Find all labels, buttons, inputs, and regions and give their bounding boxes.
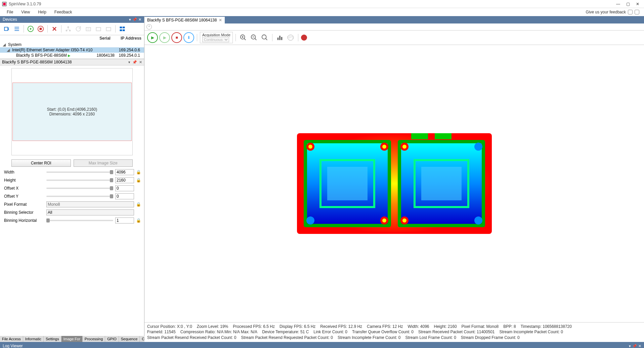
minimize-button[interactable]: —	[616, 2, 620, 6]
network-button[interactable]	[63, 24, 73, 34]
tree-adapter[interactable]: ◢ Intel(R) Ethernet Server Adapter I350-…	[0, 47, 144, 53]
panel-close-icon[interactable]: ✕	[139, 60, 142, 64]
lock-icon[interactable]: 🔒	[136, 178, 140, 183]
expand-icon[interactable]: ◢	[7, 48, 11, 52]
binh-slider[interactable]	[46, 220, 113, 221]
pixfmt-label: Pixel Format	[4, 202, 44, 207]
lock-icon[interactable]: 🔒	[136, 202, 140, 207]
panel-dropdown-icon[interactable]: ▾	[629, 344, 631, 348]
max-image-button[interactable]: Max Image Size	[74, 159, 133, 167]
snapshot3-button[interactable]	[104, 24, 113, 34]
titlebar: SpinView 3.1.0.79 — ▢ ✕	[0, 0, 644, 8]
collapse-up-icon[interactable]: ⌃	[146, 24, 152, 30]
panel-pin-icon[interactable]: 📌	[132, 17, 137, 22]
svg-point-43	[402, 218, 406, 222]
acquisition-mode-select[interactable]: Continuous	[202, 37, 229, 42]
record-icon[interactable]	[301, 35, 307, 41]
prop-tab[interactable]: Sequence	[119, 336, 140, 342]
svg-rect-18	[279, 36, 281, 40]
menu-help[interactable]: Help	[34, 9, 50, 15]
acq-play-button[interactable]: ▶	[147, 32, 158, 43]
menubar: File View Help Feedback Give us your fee…	[0, 8, 644, 16]
panel-close-icon[interactable]: ✕	[638, 344, 641, 348]
svg-rect-11	[123, 27, 125, 28]
prop-tab[interactable]: Settings	[44, 336, 61, 342]
offsetx-input[interactable]	[115, 185, 134, 191]
feedback-link[interactable]: Give us your feedback	[586, 10, 626, 14]
connect-button[interactable]	[2, 24, 11, 34]
binsel-label: Binning Selector	[4, 210, 44, 215]
image-viewport[interactable]	[144, 45, 644, 322]
menu-view[interactable]: View	[17, 9, 34, 15]
close-tab-icon[interactable]: ✕	[219, 18, 222, 22]
svg-point-35	[382, 145, 386, 149]
panel-close-icon[interactable]: ✕	[138, 17, 141, 22]
zoom-in-icon[interactable]	[239, 33, 248, 42]
roi-preview[interactable]: Start: (0,0) End:(4096,2160) Dimensions:…	[11, 68, 133, 155]
play-button[interactable]	[26, 24, 35, 34]
save-button[interactable]: ⬇	[183, 32, 194, 43]
width-input[interactable]	[115, 169, 134, 175]
offsetx-label: Offset X	[4, 186, 44, 191]
expand-icon[interactable]: ◢	[3, 42, 7, 47]
binsel-select[interactable]: All	[46, 209, 134, 215]
svg-rect-10	[120, 27, 122, 28]
height-slider[interactable]	[46, 180, 113, 181]
panel-pin-icon[interactable]: 📌	[632, 344, 637, 348]
maximize-button[interactable]: ▢	[626, 2, 630, 6]
offsety-label: Offset Y	[4, 194, 44, 199]
svg-rect-31	[421, 167, 462, 200]
prop-tab[interactable]: File Access	[0, 336, 23, 342]
prop-tab[interactable]: GPIO	[105, 336, 119, 342]
document-tab[interactable]: Blackfly S BFS-PGE-88S6M 18064138 ✕	[144, 17, 225, 23]
offsetx-slider[interactable]	[46, 188, 113, 189]
fps-icon[interactable]: FPS	[286, 33, 295, 42]
acq-stop-button[interactable]: ■	[171, 32, 182, 43]
tree-system[interactable]: ◢ System	[0, 42, 144, 47]
height-input[interactable]	[115, 177, 134, 183]
svg-rect-46	[435, 133, 452, 139]
pixfmt-select[interactable]: Mono8	[46, 201, 134, 207]
center-roi-button[interactable]: Center ROI	[11, 159, 71, 167]
prop-tab[interactable]: Image For	[61, 336, 83, 342]
offsety-input[interactable]	[115, 193, 134, 199]
lock-icon[interactable]: 🔒	[136, 218, 140, 223]
image-toolbar: ▶ ▶ ■ ⬇ Acquisition Mode Continuous FPS	[144, 31, 644, 45]
log-header: Log Viewer ▾ 📌 ✕	[0, 343, 644, 348]
list-button[interactable]	[12, 24, 22, 34]
close-button[interactable]: ✕	[636, 2, 639, 6]
svg-point-41	[474, 143, 482, 151]
prop-tab[interactable]: Informatic	[23, 336, 44, 342]
width-slider[interactable]	[46, 171, 113, 173]
layout-button[interactable]	[118, 24, 127, 34]
delete-button[interactable]	[50, 24, 59, 34]
offsety-slider[interactable]	[46, 196, 113, 197]
panel-dropdown-icon[interactable]: ▾	[129, 17, 131, 22]
menu-feedback[interactable]: Feedback	[50, 9, 76, 15]
zoom-out-icon[interactable]	[249, 33, 259, 42]
zoom-fit-icon[interactable]	[260, 33, 269, 42]
svg-point-44	[474, 216, 482, 225]
thumbs-down-icon[interactable]	[635, 10, 639, 14]
devices-toolbar	[0, 23, 144, 35]
log-panel: Log Viewer ▾ 📌 ✕ Export Filter View 🔍 Se…	[0, 342, 644, 348]
lock-icon[interactable]: 🔒	[136, 170, 140, 175]
svg-rect-45	[411, 133, 428, 139]
stop-button[interactable]	[36, 24, 45, 34]
snapshot-button[interactable]	[84, 24, 93, 34]
menu-file[interactable]: File	[3, 9, 17, 15]
refresh-button[interactable]	[74, 24, 83, 34]
panel-dropdown-icon[interactable]: ▾	[128, 60, 130, 64]
thermal-image	[294, 130, 495, 237]
svg-point-40	[402, 145, 406, 149]
histogram-icon[interactable]	[275, 33, 285, 42]
thumbs-up-icon[interactable]	[628, 10, 633, 14]
acq-play-single-button[interactable]: ▶	[159, 32, 170, 43]
binh-input[interactable]	[115, 217, 134, 223]
svg-rect-27	[327, 167, 368, 200]
prop-tab[interactable]: Processing	[83, 336, 105, 342]
tree-camera[interactable]: Blackfly S BFS-PGE-88S6M ▶ 18064138 169.…	[0, 53, 144, 58]
snapshot2-button[interactable]	[94, 24, 103, 34]
panel-pin-icon[interactable]: 📌	[132, 60, 137, 64]
width-label: Width	[4, 170, 44, 175]
